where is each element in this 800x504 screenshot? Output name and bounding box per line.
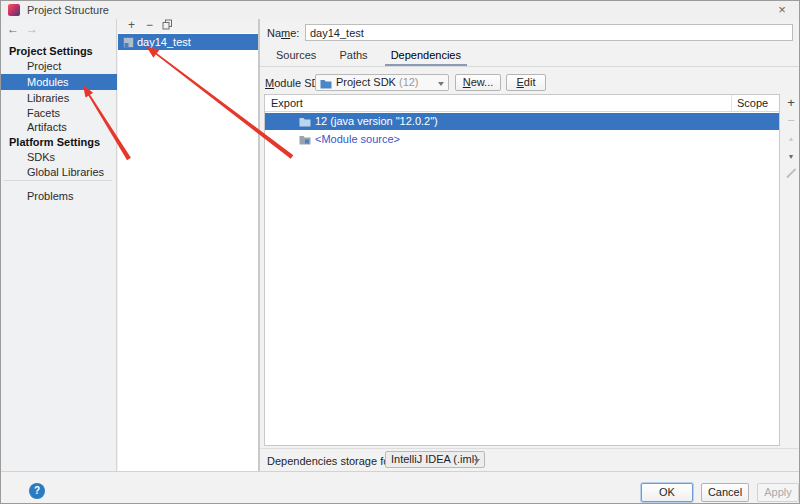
move-down-button[interactable]: ▼ [782,148,800,166]
add-module-button[interactable]: + [124,19,139,33]
titlebar: Project Structure × [1,1,799,19]
dependency-label: <Module source> [315,131,400,148]
history-nav: ← → [7,22,42,36]
sidebar-item-sdks[interactable]: SDKs [1,150,117,165]
back-button[interactable]: ← [7,22,23,36]
tabs-separator [260,66,800,67]
module-icon [123,37,134,48]
module-detail-panel: Name: Sources Paths Dependencies Module … [259,19,800,471]
sidebar-item-global-libraries[interactable]: Global Libraries [1,165,117,180]
edit-dependency-button[interactable] [782,166,800,184]
dialog-footer: ? OK Cancel Apply [1,471,799,504]
module-list-item[interactable]: day14_test [118,34,258,50]
module-name: day14_test [137,34,191,50]
folder-icon [320,78,332,89]
dependencies-table: Export Scope 12 (java version "12.0.2") … [264,94,780,446]
module-tabs: Sources Paths Dependencies [266,47,471,66]
module-list-panel: + − day14_test [118,19,259,471]
module-list-toolbar: + − [118,19,258,33]
edit-sdk-button[interactable]: Edit [506,74,546,91]
storage-format-select[interactable]: IntelliJ IDEA (.iml) [385,451,485,468]
sidebar-divider [4,180,112,181]
settings-sidebar: ← → Project Settings Project Modules Lib… [1,19,117,471]
dependencies-table-header: Export Scope [265,95,779,112]
chevron-down-icon [438,82,444,86]
sidebar-item-artifacts[interactable]: Artifacts [1,120,117,135]
module-name-input[interactable] [305,24,793,41]
module-sdk-select[interactable]: Project SDK (12) [315,74,449,91]
tab-dependencies[interactable]: Dependencies [381,47,471,66]
new-sdk-button[interactable]: New... [455,74,501,91]
remove-module-button[interactable]: − [142,19,157,33]
copy-module-button[interactable] [160,19,175,33]
sidebar-item-modules[interactable]: Modules [1,74,117,90]
tab-paths[interactable]: Paths [329,47,377,66]
module-sdk-version: (12) [399,76,419,88]
dependency-row-sdk[interactable]: 12 (java version "12.0.2") [265,113,779,130]
copy-icon [162,19,173,30]
source-folder-icon [299,134,311,145]
intellij-logo-icon [8,4,20,16]
platform-settings-header: Platform Settings [1,135,117,150]
forward-button[interactable]: → [26,22,42,36]
module-sdk-value: Project SDK [336,76,399,88]
folder-icon [299,116,311,127]
close-icon[interactable]: × [774,2,790,18]
dependencies-toolbar: + − ▲ ▼ [782,94,800,184]
move-up-button[interactable]: ▲ [782,130,800,148]
name-label: Name: [267,27,299,39]
help-button[interactable]: ? [29,483,45,499]
window-title: Project Structure [27,4,109,16]
project-structure-dialog: Project Structure × ← → Project Settings… [0,0,800,504]
chevron-down-icon [474,459,480,463]
storage-separator [260,448,800,449]
sidebar-item-problems[interactable]: Problems [1,189,117,204]
ok-button[interactable]: OK [641,483,693,502]
export-column-header: Export [271,95,303,111]
tab-sources[interactable]: Sources [266,47,326,66]
dependency-row-module-source[interactable]: <Module source> [265,131,779,148]
sidebar-item-facets[interactable]: Facets [1,106,117,121]
storage-format-value: IntelliJ IDEA (.iml) [391,453,478,465]
project-settings-header: Project Settings [1,44,117,59]
sidebar-item-libraries[interactable]: Libraries [1,91,117,106]
cancel-button[interactable]: Cancel [701,483,749,502]
column-separator [731,95,732,112]
scope-column-header: Scope [737,95,768,111]
add-dependency-button[interactable]: + [782,94,800,112]
remove-dependency-button[interactable]: − [782,112,800,130]
apply-button: Apply [757,483,799,502]
pencil-icon [785,167,797,179]
sidebar-item-project[interactable]: Project [1,59,117,74]
dependency-label: 12 (java version "12.0.2") [315,113,438,130]
